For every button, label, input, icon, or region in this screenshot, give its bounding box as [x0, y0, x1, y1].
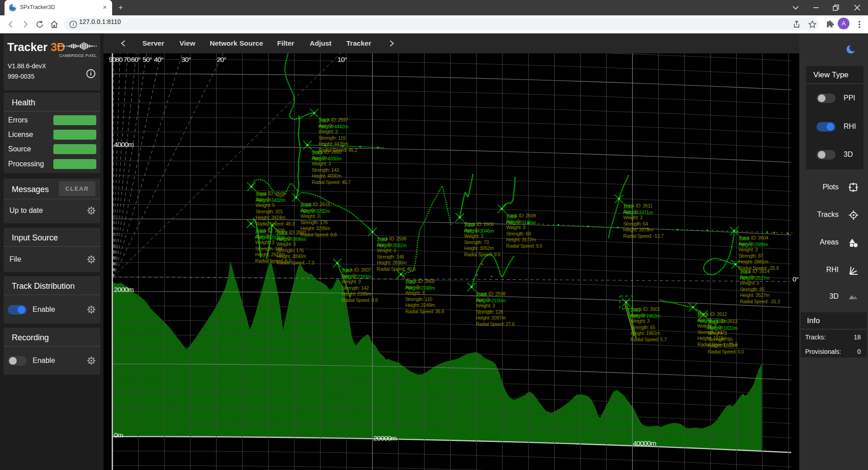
svg-text:50°: 50° [142, 56, 152, 63]
svg-text:70: 70 [123, 56, 131, 63]
svg-text:0m: 0m [114, 431, 123, 439]
svg-text:2000m: 2000m [114, 286, 133, 293]
svg-text:40000m: 40000m [633, 439, 656, 447]
svg-text:30°: 30° [181, 56, 191, 63]
svg-text:20000m: 20000m [373, 434, 396, 442]
svg-text:10°: 10° [337, 56, 347, 63]
svg-text:80: 80 [115, 56, 123, 63]
svg-text:CP: CP [10, 6, 15, 9]
svg-text:40°: 40° [154, 56, 164, 63]
svg-text:0°: 0° [793, 275, 799, 283]
svg-text:60°: 60° [131, 56, 141, 63]
svg-text:20°: 20° [217, 56, 226, 63]
svg-text:4000m: 4000m [114, 141, 133, 148]
